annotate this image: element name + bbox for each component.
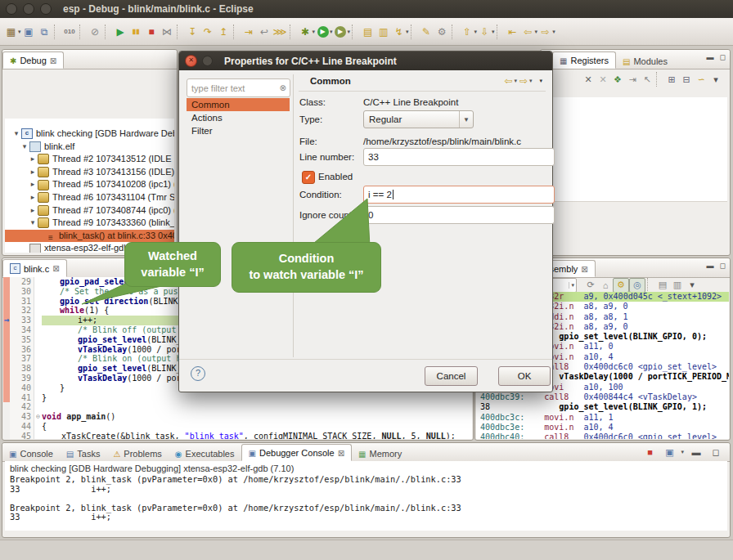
track-expression-icon[interactable]: ◎ — [629, 278, 645, 293]
disassembly-line[interactable]: 400dbc3c: movi.n a11, 1 — [476, 413, 729, 423]
window-close-button[interactable] — [6, 3, 17, 15]
export-registers-icon[interactable]: ⇥ — [625, 73, 640, 86]
save-icon[interactable]: ▣ — [21, 24, 37, 39]
sync-context-icon[interactable]: ▤ — [655, 279, 670, 292]
tab-tasks[interactable]: ▤Tasks — [60, 446, 107, 461]
disassembly-line[interactable]: 400dbc40: call8 0x400dc6c0 <gpio_set_lev… — [476, 432, 729, 439]
minimize-icon[interactable]: ▬ — [707, 53, 714, 61]
console-output[interactable]: blink checking [GDB Hardware Debugging] … — [5, 461, 727, 531]
open-resource-icon[interactable]: ▥ — [375, 24, 391, 39]
cancel-button[interactable]: Cancel — [425, 366, 478, 386]
debug-tree-row[interactable]: ▾Thread #9 1073433360 (blink_task : Susp… — [5, 217, 174, 230]
home-icon[interactable]: ⌂ — [598, 279, 613, 292]
link-with-view-icon[interactable]: ∽ — [694, 73, 708, 86]
disassembly-line[interactable]: 400dbc39: call8 0x400844c4 <vTaskDelay> — [476, 392, 729, 402]
debug-tree-row[interactable]: ▸Thread #7 1073408744 (ipc0) (Suspended) — [5, 204, 174, 217]
external-tools-icon[interactable]: ▶ — [333, 24, 349, 39]
tab-debugger-console[interactable]: ▣Debugger Console⊠ — [241, 444, 353, 461]
line-number-input[interactable]: 33 — [363, 148, 555, 166]
editor-line[interactable]: 44{ — [3, 422, 472, 432]
use-step-filters-icon[interactable]: ⋙ — [272, 24, 288, 39]
editor-line[interactable]: 45 xTaskCreate(&blink_task, "blink_task"… — [3, 432, 472, 439]
back-icon[interactable]: ⇦ — [504, 75, 512, 87]
binary-file-icon[interactable]: 010 — [62, 24, 78, 39]
build-all-icon[interactable]: ⚙ — [434, 24, 450, 39]
disassembly-line[interactable]: 38 gpio_set_level(BLINK_GPIO, 1); — [476, 402, 729, 412]
step-return-icon[interactable]: ↥ — [216, 24, 232, 39]
chevron-down-icon[interactable]: ▾ — [681, 449, 684, 455]
maximize-icon[interactable]: ◻ — [720, 53, 726, 61]
ignore-count-input[interactable]: 0 — [363, 206, 555, 224]
debug-icon[interactable]: ✱ — [298, 24, 313, 39]
tab-problems[interactable]: ⚠Problems — [106, 446, 168, 461]
tree-expander-icon[interactable]: ▾ — [28, 217, 38, 230]
tree-expander-icon[interactable]: ▸ — [28, 191, 38, 204]
chevron-down-icon[interactable]: ▾ — [492, 29, 495, 35]
suspend-icon[interactable]: ▮▮ — [128, 24, 144, 39]
view-menu-icon[interactable]: ▾ — [539, 78, 542, 84]
tree-expander-icon[interactable]: ▾ — [11, 128, 21, 141]
minimize-icon[interactable]: ▬ — [689, 446, 704, 459]
chevron-down-icon[interactable]: ▾ — [406, 29, 409, 35]
registers-table[interactable] — [543, 97, 727, 202]
flash-target-icon[interactable]: ↯ — [391, 24, 407, 39]
condition-input[interactable]: i == 2 — [363, 186, 555, 204]
drop-to-frame-icon[interactable]: ↩ — [257, 24, 272, 39]
chevron-down-icon[interactable]: ▾ — [552, 29, 555, 35]
forward-icon[interactable]: ⇨ — [537, 24, 553, 39]
tree-expander-icon[interactable]: ▸ — [28, 153, 38, 166]
open-new-view-icon[interactable]: ▥ — [670, 279, 685, 292]
tree-expander-icon[interactable]: ▸ — [28, 166, 38, 179]
maximize-icon[interactable]: ◻ — [708, 446, 723, 459]
tab-executables[interactable]: ◉Executables — [169, 446, 241, 461]
debug-tree-row[interactable]: ▾blink.elf — [5, 141, 174, 154]
previous-annotation-icon[interactable]: ⇩ — [477, 24, 492, 39]
editor-line[interactable]: 43⊖void app_main() — [3, 412, 472, 422]
dialog-nav-actions[interactable]: Actions — [187, 111, 290, 124]
dialog-close-button[interactable]: ✕ — [185, 55, 197, 67]
instruction-stepping-icon[interactable]: ⇥ — [241, 24, 257, 39]
terminate-icon[interactable]: ■ — [144, 24, 160, 39]
display-selected-console-icon[interactable]: ▣ — [662, 446, 677, 459]
editor-line[interactable]: 41} — [3, 393, 472, 403]
debug-tree-row[interactable]: ▸Thread #5 1073410208 (ipc1) (Suspended) — [5, 178, 174, 191]
dialog-nav-filter[interactable]: Filter — [187, 124, 290, 137]
back-icon[interactable]: ⇦ — [520, 24, 536, 39]
debug-tree-row[interactable]: ▾cblink checking [GDB Hardware Debugging… — [5, 128, 174, 141]
close-icon[interactable]: ⊠ — [52, 264, 59, 273]
window-maximize-button[interactable] — [40, 3, 52, 15]
view-menu-icon[interactable]: ▾ — [708, 73, 723, 86]
tab-modules[interactable]: ▤ Modules — [616, 53, 674, 69]
step-into-icon[interactable]: ↧ — [185, 24, 200, 39]
disconnect-icon[interactable]: ⋈ — [160, 24, 175, 39]
add-register-group-icon[interactable]: ❖ — [610, 73, 625, 86]
collapse-all-icon[interactable]: ⊟ — [679, 73, 694, 86]
minimize-icon[interactable]: ▬ — [707, 262, 714, 270]
mark-occurrences-icon[interactable]: ✎ — [419, 24, 434, 39]
breakpoint-instruction-pointer-icon[interactable]: → — [4, 315, 10, 325]
window-minimize-button[interactable] — [23, 3, 34, 15]
editor-line[interactable]: 42 — [3, 402, 472, 412]
clear-filter-icon[interactable]: ⊗ — [280, 83, 290, 92]
tab-memory[interactable]: ▦Memory — [352, 446, 408, 461]
new-wizard-icon[interactable]: ▦ — [3, 24, 19, 39]
run-icon[interactable]: ▶ — [315, 24, 331, 39]
dialog-window-button[interactable] — [202, 56, 213, 66]
debug-tree-row[interactable]: ▸Thread #6 1073431104 (Tmr Svc) (Suspend… — [5, 191, 174, 204]
fold-collapse-icon[interactable]: ⊖ — [34, 412, 42, 422]
resume-icon[interactable]: ▶ — [113, 24, 128, 39]
pin-view-icon[interactable]: ↖ — [640, 73, 654, 86]
debug-tree-row[interactable]: ▸Thread #2 1073413512 (IDLE : Running) — [5, 153, 174, 166]
show-source-icon[interactable]: ⚙ — [613, 278, 629, 293]
enabled-checkbox[interactable]: ✓ — [302, 171, 315, 184]
tree-expander-icon[interactable]: ▸ — [28, 178, 38, 191]
filter-input[interactable]: type filter text ⊗ — [187, 78, 290, 97]
close-icon[interactable]: ⊠ — [338, 449, 344, 458]
dialog-nav-common[interactable]: Common — [187, 98, 290, 111]
close-icon[interactable]: ⊠ — [50, 56, 56, 65]
save-all-icon[interactable]: ⧉ — [37, 24, 52, 39]
tree-expander-icon[interactable]: ▾ — [20, 141, 29, 154]
tab-registers[interactable]: ▦ Registers — [552, 52, 616, 69]
tree-expander-icon[interactable]: ▸ — [28, 204, 38, 217]
expand-all-icon[interactable]: ⊞ — [664, 73, 679, 86]
